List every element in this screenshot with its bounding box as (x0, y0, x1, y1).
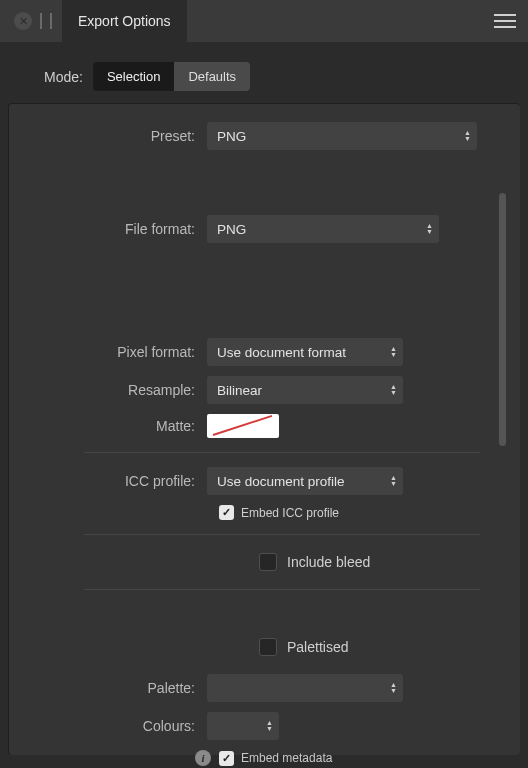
mode-defaults-button[interactable]: Defaults (174, 62, 250, 91)
resample-value: Bilinear (217, 383, 262, 398)
palette-label: Palette: (29, 680, 207, 696)
include-bleed-label: Include bleed (287, 554, 370, 570)
colours-stepper[interactable]: ▲▼ (207, 712, 279, 740)
panel-body: Mode: Selection Defaults Preset: PNG ▲▼ … (0, 42, 528, 768)
preset-row: Preset: PNG ▲▼ (29, 122, 480, 150)
chevron-updown-icon: ▲▼ (390, 682, 397, 694)
panel-tab-export[interactable]: Export Options (62, 0, 187, 42)
file-format-value: PNG (217, 222, 246, 237)
palettised-label: Palettised (287, 639, 348, 655)
file-format-label: File format: (29, 221, 207, 237)
resample-row: Resample: Bilinear ▲▼ (29, 376, 480, 404)
matte-row: Matte: (29, 414, 480, 438)
scrollbar-thumb[interactable] (499, 193, 506, 446)
matte-color-swatch[interactable] (207, 414, 279, 438)
mode-segmented: Selection Defaults (93, 62, 250, 91)
mode-label: Mode: (44, 69, 83, 85)
chevron-updown-icon: ▲▼ (464, 130, 471, 142)
matte-label: Matte: (29, 418, 207, 434)
close-icon[interactable]: ✕ (14, 12, 32, 30)
icc-profile-select[interactable]: Use document profile ▲▼ (207, 467, 403, 495)
pixel-format-value: Use document format (217, 345, 346, 360)
embed-icc-label: Embed ICC profile (241, 506, 339, 520)
icc-profile-row: ICC profile: Use document profile ▲▼ (29, 467, 480, 495)
mode-selection-button[interactable]: Selection (93, 62, 174, 91)
include-bleed-row: Include bleed (29, 553, 480, 571)
palettised-checkbox[interactable] (259, 638, 277, 656)
chevron-updown-icon: ▲▼ (390, 475, 397, 487)
file-format-select[interactable]: PNG ▲▼ (207, 215, 439, 243)
preset-value: PNG (217, 129, 246, 144)
panel-title: Export Options (78, 13, 171, 29)
mode-row: Mode: Selection Defaults (8, 50, 520, 103)
titlebar: ✕ Export Options (0, 0, 528, 42)
info-icon[interactable]: i (195, 750, 211, 766)
chevron-updown-icon: ▲▼ (390, 346, 397, 358)
divider (84, 534, 480, 535)
pixel-format-label: Pixel format: (29, 344, 207, 360)
hamburger-icon[interactable] (494, 12, 516, 30)
options-scroll-area: Preset: PNG ▲▼ File format: PNG ▲▼ Pixel… (8, 103, 520, 755)
colours-row: Colours: ▲▼ (29, 712, 480, 740)
preset-select[interactable]: PNG ▲▼ (207, 122, 477, 150)
divider (84, 589, 480, 590)
pixel-format-row: Pixel format: Use document format ▲▼ (29, 338, 480, 366)
resample-select[interactable]: Bilinear ▲▼ (207, 376, 403, 404)
pixel-format-select[interactable]: Use document format ▲▼ (207, 338, 403, 366)
embed-metadata-row: i ✓ Embed metadata (29, 750, 480, 766)
palette-select[interactable]: ▲▼ (207, 674, 403, 702)
palettised-row: Palettised (29, 638, 480, 656)
include-bleed-checkbox[interactable] (259, 553, 277, 571)
embed-metadata-label: Embed metadata (241, 751, 332, 765)
icc-profile-value: Use document profile (217, 474, 345, 489)
divider (84, 452, 480, 453)
file-format-row: File format: PNG ▲▼ (29, 215, 480, 243)
embed-icc-checkbox[interactable]: ✓ (219, 505, 234, 520)
embed-icc-row: ✓ Embed ICC profile (29, 505, 480, 520)
grip-icon[interactable] (40, 13, 52, 29)
icc-profile-label: ICC profile: (29, 473, 207, 489)
resample-label: Resample: (29, 382, 207, 398)
chevron-updown-icon: ▲▼ (266, 720, 273, 732)
palette-row: Palette: ▲▼ (29, 674, 480, 702)
embed-metadata-checkbox[interactable]: ✓ (219, 751, 234, 766)
chevron-updown-icon: ▲▼ (390, 384, 397, 396)
colours-label: Colours: (29, 718, 207, 734)
preset-label: Preset: (29, 128, 207, 144)
chevron-updown-icon: ▲▼ (426, 223, 433, 235)
